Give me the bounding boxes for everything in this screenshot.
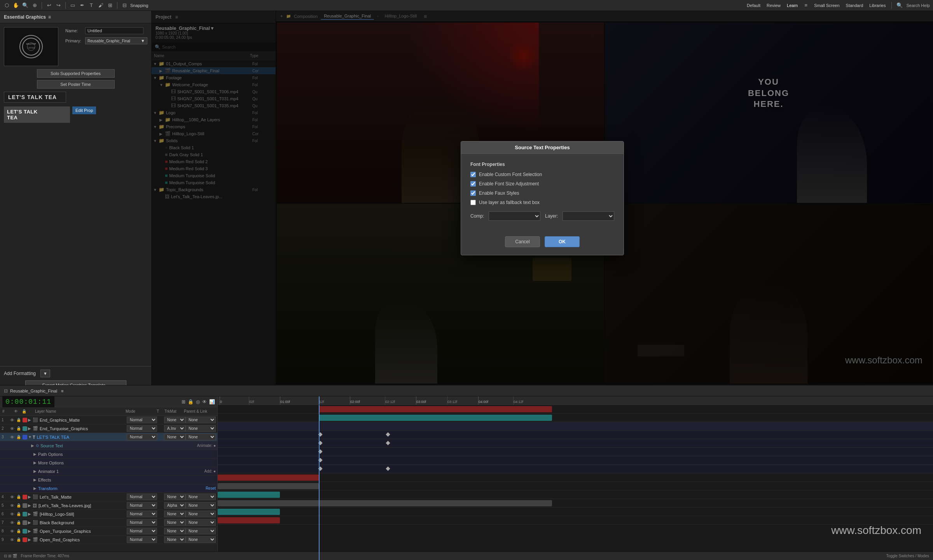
layer-row-4[interactable]: 4 👁 🔒 ▶ ⬛ Let's_Talk_Matte Normal None N… [0, 493, 217, 501]
tl-graph-icon[interactable]: 📊 [209, 399, 215, 405]
workspace-smallscreen[interactable]: Small Screen [812, 2, 841, 9]
layer-vis-2[interactable]: 👁 [10, 426, 16, 431]
layer-parent-6[interactable]: None [185, 511, 216, 517]
layer-parent-4[interactable]: None [185, 494, 216, 500]
tool-hand[interactable]: ✋ [12, 2, 19, 9]
ef-expand[interactable]: ▶ [33, 478, 38, 482]
layer-label-7[interactable] [23, 520, 27, 525]
sub-layer-transform[interactable]: ▶ Transform Reset [0, 484, 217, 493]
layer-expand-2[interactable]: ▶ [28, 426, 33, 431]
tool-stamp[interactable]: ⊞ [107, 2, 114, 9]
layer-row-1[interactable]: 1 👁 🔒 ▶ ⬛ End_Graphics_Matte Normal None… [0, 416, 217, 424]
tool-zoom[interactable]: 🔍 [22, 2, 29, 9]
dialog-cancel-button[interactable]: Cancel [505, 236, 540, 247]
tl-lock-icon[interactable]: 🔒 [188, 399, 194, 405]
layer-row-6[interactable]: 6 👁 🔒 ▶ 🎬 [Hilltop_Logo-Still] Normal No… [0, 510, 217, 518]
layer-vis-1[interactable]: 👁 [10, 418, 16, 422]
layer-parent-3[interactable]: None [185, 434, 216, 440]
layer-label-2[interactable] [23, 426, 27, 431]
layer-label-4[interactable] [23, 495, 27, 499]
layer-lock-8[interactable]: 🔒 [16, 529, 23, 533]
layer-row-3[interactable]: 3 👁 🔒 ▼ T LET'S TALK TEA Normal None Non… [0, 433, 217, 441]
workspace-standard[interactable]: Standard [844, 2, 865, 9]
layer-vis-5[interactable]: 👁 [10, 503, 16, 508]
layer-parent-1[interactable]: None [185, 417, 216, 423]
tool-text[interactable]: T [88, 2, 95, 9]
tool-camera[interactable]: ⊕ [31, 2, 38, 9]
eg-menu-icon[interactable]: ≡ [48, 14, 51, 20]
workspace-review[interactable]: Review [765, 2, 782, 9]
tool-rect[interactable]: ▭ [69, 2, 76, 9]
layer-label-8[interactable] [23, 529, 27, 534]
layer-label-3[interactable] [23, 435, 27, 440]
layer-trk-2[interactable]: A.InvNone [164, 425, 185, 432]
workspace-default[interactable]: Default [745, 2, 762, 9]
layer-parent-2[interactable]: None [185, 425, 216, 432]
layer-vis-8[interactable]: 👁 [10, 529, 16, 534]
layer-trk-5[interactable]: AlphaNone [164, 502, 185, 509]
mo-expand[interactable]: ▶ [33, 461, 38, 465]
timecode-display[interactable]: 0:00:01:11 [2, 396, 54, 407]
tool-pen[interactable]: ✒ [79, 2, 86, 9]
layer-lock-5[interactable]: 🔒 [16, 503, 23, 508]
tl-vis-icon[interactable]: 👁 [202, 399, 207, 405]
layer-mode-7[interactable]: Normal [127, 519, 157, 526]
cb-font-size[interactable] [470, 181, 476, 187]
sub-layer-source-text[interactable]: ▶ ⊙ Source Text Animate: ● [0, 441, 217, 450]
timeline-menu-icon[interactable]: ≡ [61, 389, 63, 393]
layer-trk-9[interactable]: None [164, 536, 185, 543]
name-input[interactable] [85, 27, 143, 34]
sub-layer-animator[interactable]: ▶ Animator 1 Add: ● [0, 467, 217, 476]
layer-parent-5[interactable]: None [185, 502, 216, 509]
layer-row-9[interactable]: 9 👁 🔒 ▶ 🎬 Open_Red_Graphics Normal None … [0, 536, 217, 544]
an-expand[interactable]: ▶ [33, 469, 38, 473]
tool-select[interactable]: ⬡ [3, 2, 10, 9]
tf-expand[interactable]: ▶ [33, 486, 38, 490]
tool-paint[interactable]: 🖌 [97, 2, 104, 9]
tl-solo-icon[interactable]: ◎ [196, 399, 200, 405]
pl-expand[interactable]: ▶ [33, 452, 38, 456]
layer-vis-6[interactable]: 👁 [10, 512, 16, 516]
layer-vis-9[interactable]: 👁 [10, 537, 16, 542]
layer-vis-3[interactable]: 👁 [10, 435, 16, 440]
layer-expand-3[interactable]: ▼ [28, 435, 33, 439]
layer-expand-8[interactable]: ▶ [28, 529, 33, 533]
layer-trk-6[interactable]: None [164, 511, 185, 517]
sub-layer-effects[interactable]: ▶ Effects [0, 476, 217, 484]
solo-props-button[interactable]: Solo Supported Properties [37, 69, 115, 78]
layer-vis-4[interactable]: 👁 [10, 495, 16, 499]
layer-expand-6[interactable]: ▶ [28, 512, 33, 516]
layer-lock-7[interactable]: 🔒 [16, 520, 23, 525]
layer-parent-8[interactable]: None [185, 528, 216, 534]
layer-row-7[interactable]: 7 👁 🔒 ▶ ⬛ Black Background Normal None N… [0, 518, 217, 527]
layer-lock-2[interactable]: 🔒 [16, 426, 23, 431]
layer-trk-4[interactable]: None [164, 494, 185, 500]
layer-trk-7[interactable]: None [164, 519, 185, 526]
tool-redo[interactable]: ↪ [55, 2, 62, 9]
sub-layer-path[interactable]: ▶ Path Options [0, 450, 217, 459]
layer-mode-4[interactable]: Normal [127, 494, 157, 500]
layer-label-1[interactable] [23, 418, 27, 422]
layer-row-5[interactable]: 5 👁 🔒 ▶ 🖼 [Let's_Talk_Tea-Leaves.jpg] No… [0, 501, 217, 510]
layer-mode-1[interactable]: Normal [127, 417, 157, 423]
layer-label-6[interactable] [23, 512, 27, 516]
search-icon[interactable]: 🔍 [896, 2, 903, 9]
layer-vis-7[interactable]: 👁 [10, 520, 16, 525]
layer-trk-1[interactable]: None [164, 417, 185, 423]
cb-fallback[interactable] [470, 200, 476, 205]
timeline-collapse-icon[interactable]: ⊟ [4, 388, 8, 394]
layer-mode-3[interactable]: Normal [127, 434, 157, 440]
cb-custom-font[interactable] [470, 172, 476, 177]
layer-row-2[interactable]: 2 👁 🔒 ▶ 🎬 End_Turquoise_Graphics Normal … [0, 424, 217, 433]
comp-dropdown[interactable] [489, 211, 540, 221]
layer-expand-5[interactable]: ▶ [28, 503, 33, 508]
dialog-ok-button[interactable]: OK [545, 236, 580, 247]
tf-reset-btn[interactable]: Reset [206, 486, 216, 490]
add-formatting-dropdown[interactable]: ▼ [40, 370, 50, 377]
layer-lock-3[interactable]: 🔒 [16, 435, 23, 439]
layer-lock-1[interactable]: 🔒 [16, 418, 23, 422]
layer-expand-9[interactable]: ▶ [28, 537, 33, 542]
layer-lock-4[interactable]: 🔒 [16, 495, 23, 499]
workspace-libraries[interactable]: Libraries [868, 2, 887, 9]
toggle-switches-btn[interactable]: Toggle Switches / Modes [886, 554, 929, 558]
